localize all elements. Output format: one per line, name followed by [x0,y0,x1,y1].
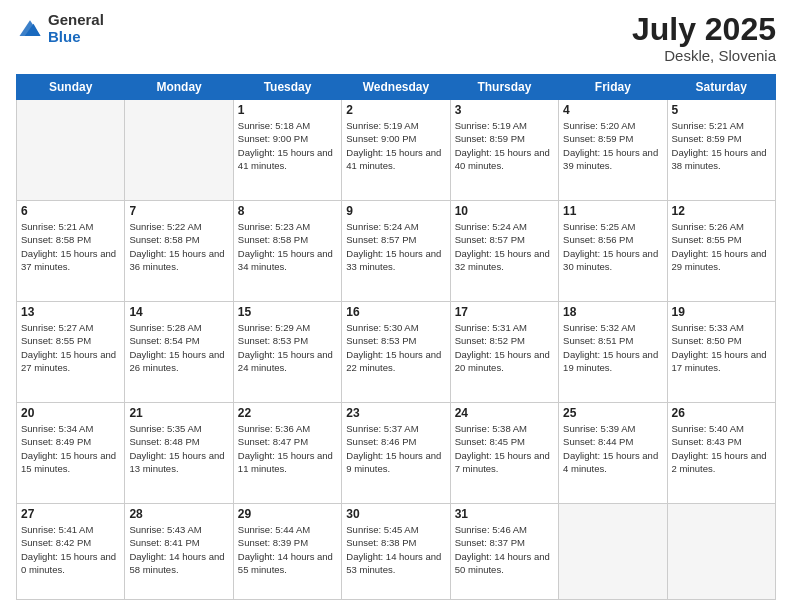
day-number: 3 [455,103,554,117]
title-block: July 2025 Deskle, Slovenia [632,12,776,64]
calendar-cell: 4Sunrise: 5:20 AMSunset: 8:59 PMDaylight… [559,100,667,201]
day-info: Sunrise: 5:38 AMSunset: 8:45 PMDaylight:… [455,422,554,475]
day-number: 8 [238,204,337,218]
weekday-header: Friday [559,75,667,100]
calendar-cell: 5Sunrise: 5:21 AMSunset: 8:59 PMDaylight… [667,100,775,201]
day-info: Sunrise: 5:23 AMSunset: 8:58 PMDaylight:… [238,220,337,273]
day-number: 26 [672,406,771,420]
calendar-cell: 1Sunrise: 5:18 AMSunset: 9:00 PMDaylight… [233,100,341,201]
day-info: Sunrise: 5:32 AMSunset: 8:51 PMDaylight:… [563,321,662,374]
calendar-week-row: 13Sunrise: 5:27 AMSunset: 8:55 PMDayligh… [17,302,776,403]
day-info: Sunrise: 5:41 AMSunset: 8:42 PMDaylight:… [21,523,120,576]
calendar-cell: 30Sunrise: 5:45 AMSunset: 8:38 PMDayligh… [342,503,450,599]
page: General Blue July 2025 Deskle, Slovenia … [0,0,792,612]
weekday-header: Tuesday [233,75,341,100]
calendar-cell: 23Sunrise: 5:37 AMSunset: 8:46 PMDayligh… [342,403,450,504]
calendar-cell: 17Sunrise: 5:31 AMSunset: 8:52 PMDayligh… [450,302,558,403]
calendar-cell: 24Sunrise: 5:38 AMSunset: 8:45 PMDayligh… [450,403,558,504]
weekday-header: Monday [125,75,233,100]
day-number: 15 [238,305,337,319]
calendar-cell: 10Sunrise: 5:24 AMSunset: 8:57 PMDayligh… [450,201,558,302]
calendar-cell: 13Sunrise: 5:27 AMSunset: 8:55 PMDayligh… [17,302,125,403]
day-info: Sunrise: 5:21 AMSunset: 8:58 PMDaylight:… [21,220,120,273]
day-info: Sunrise: 5:21 AMSunset: 8:59 PMDaylight:… [672,119,771,172]
day-info: Sunrise: 5:28 AMSunset: 8:54 PMDaylight:… [129,321,228,374]
calendar-cell [667,503,775,599]
logo-blue: Blue [48,29,104,46]
day-number: 14 [129,305,228,319]
logo-text: General Blue [48,12,104,45]
calendar-cell: 7Sunrise: 5:22 AMSunset: 8:58 PMDaylight… [125,201,233,302]
day-number: 23 [346,406,445,420]
title-location: Deskle, Slovenia [632,47,776,64]
calendar-cell: 15Sunrise: 5:29 AMSunset: 8:53 PMDayligh… [233,302,341,403]
weekday-header: Thursday [450,75,558,100]
calendar-cell: 18Sunrise: 5:32 AMSunset: 8:51 PMDayligh… [559,302,667,403]
day-number: 28 [129,507,228,521]
day-info: Sunrise: 5:22 AMSunset: 8:58 PMDaylight:… [129,220,228,273]
day-number: 20 [21,406,120,420]
day-number: 27 [21,507,120,521]
day-info: Sunrise: 5:19 AMSunset: 9:00 PMDaylight:… [346,119,445,172]
day-number: 31 [455,507,554,521]
day-number: 7 [129,204,228,218]
day-number: 13 [21,305,120,319]
calendar-week-row: 6Sunrise: 5:21 AMSunset: 8:58 PMDaylight… [17,201,776,302]
calendar-cell: 12Sunrise: 5:26 AMSunset: 8:55 PMDayligh… [667,201,775,302]
day-info: Sunrise: 5:19 AMSunset: 8:59 PMDaylight:… [455,119,554,172]
day-number: 25 [563,406,662,420]
calendar-cell: 25Sunrise: 5:39 AMSunset: 8:44 PMDayligh… [559,403,667,504]
calendar-cell: 14Sunrise: 5:28 AMSunset: 8:54 PMDayligh… [125,302,233,403]
calendar-cell: 6Sunrise: 5:21 AMSunset: 8:58 PMDaylight… [17,201,125,302]
day-info: Sunrise: 5:36 AMSunset: 8:47 PMDaylight:… [238,422,337,475]
day-info: Sunrise: 5:24 AMSunset: 8:57 PMDaylight:… [455,220,554,273]
calendar-cell: 16Sunrise: 5:30 AMSunset: 8:53 PMDayligh… [342,302,450,403]
day-info: Sunrise: 5:29 AMSunset: 8:53 PMDaylight:… [238,321,337,374]
calendar-cell [17,100,125,201]
day-info: Sunrise: 5:20 AMSunset: 8:59 PMDaylight:… [563,119,662,172]
day-info: Sunrise: 5:39 AMSunset: 8:44 PMDaylight:… [563,422,662,475]
calendar-cell: 11Sunrise: 5:25 AMSunset: 8:56 PMDayligh… [559,201,667,302]
calendar-cell: 2Sunrise: 5:19 AMSunset: 9:00 PMDaylight… [342,100,450,201]
calendar-cell: 3Sunrise: 5:19 AMSunset: 8:59 PMDaylight… [450,100,558,201]
weekday-header: Saturday [667,75,775,100]
logo-icon [16,15,44,43]
calendar-cell: 8Sunrise: 5:23 AMSunset: 8:58 PMDaylight… [233,201,341,302]
day-number: 30 [346,507,445,521]
day-info: Sunrise: 5:45 AMSunset: 8:38 PMDaylight:… [346,523,445,576]
weekday-header: Sunday [17,75,125,100]
calendar-cell: 20Sunrise: 5:34 AMSunset: 8:49 PMDayligh… [17,403,125,504]
day-number: 29 [238,507,337,521]
day-info: Sunrise: 5:37 AMSunset: 8:46 PMDaylight:… [346,422,445,475]
day-info: Sunrise: 5:27 AMSunset: 8:55 PMDaylight:… [21,321,120,374]
day-number: 4 [563,103,662,117]
day-info: Sunrise: 5:18 AMSunset: 9:00 PMDaylight:… [238,119,337,172]
day-info: Sunrise: 5:40 AMSunset: 8:43 PMDaylight:… [672,422,771,475]
day-number: 11 [563,204,662,218]
title-month: July 2025 [632,12,776,47]
day-number: 2 [346,103,445,117]
calendar-week-row: 27Sunrise: 5:41 AMSunset: 8:42 PMDayligh… [17,503,776,599]
calendar-cell: 27Sunrise: 5:41 AMSunset: 8:42 PMDayligh… [17,503,125,599]
day-info: Sunrise: 5:43 AMSunset: 8:41 PMDaylight:… [129,523,228,576]
calendar-cell: 21Sunrise: 5:35 AMSunset: 8:48 PMDayligh… [125,403,233,504]
day-number: 22 [238,406,337,420]
weekday-header: Wednesday [342,75,450,100]
calendar-cell: 29Sunrise: 5:44 AMSunset: 8:39 PMDayligh… [233,503,341,599]
logo-general: General [48,12,104,29]
day-info: Sunrise: 5:46 AMSunset: 8:37 PMDaylight:… [455,523,554,576]
day-number: 24 [455,406,554,420]
calendar-week-row: 20Sunrise: 5:34 AMSunset: 8:49 PMDayligh… [17,403,776,504]
day-number: 5 [672,103,771,117]
day-info: Sunrise: 5:44 AMSunset: 8:39 PMDaylight:… [238,523,337,576]
day-number: 10 [455,204,554,218]
calendar-table: SundayMondayTuesdayWednesdayThursdayFrid… [16,74,776,600]
day-number: 17 [455,305,554,319]
calendar-cell [125,100,233,201]
logo: General Blue [16,12,104,45]
calendar-header-row: SundayMondayTuesdayWednesdayThursdayFrid… [17,75,776,100]
day-info: Sunrise: 5:31 AMSunset: 8:52 PMDaylight:… [455,321,554,374]
day-info: Sunrise: 5:34 AMSunset: 8:49 PMDaylight:… [21,422,120,475]
calendar-week-row: 1Sunrise: 5:18 AMSunset: 9:00 PMDaylight… [17,100,776,201]
header: General Blue July 2025 Deskle, Slovenia [16,12,776,64]
